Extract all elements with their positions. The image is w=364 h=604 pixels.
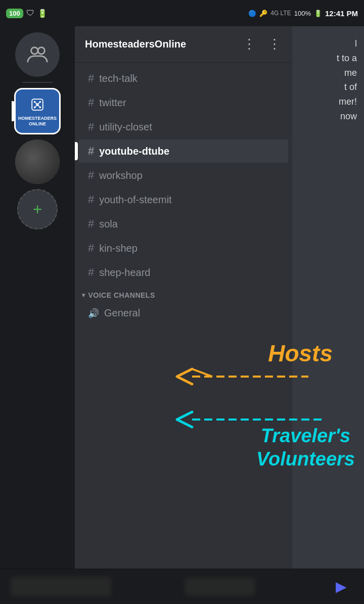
key-icon: 🔑 (259, 10, 267, 17)
channel-item-twitter[interactable]: # twitter (79, 91, 288, 114)
channel-label: twitter (99, 97, 126, 109)
voice-channel-general[interactable]: 🔊 General (79, 302, 288, 324)
voice-section-label: VOICE CHANNELS (88, 291, 155, 299)
svg-point-0 (31, 48, 38, 54)
battery-icon: 🔋 (37, 9, 48, 18)
channel-item-sola[interactable]: # sola (79, 212, 288, 236)
notification-badge: 100 (6, 9, 23, 18)
channel-header: HomesteadersOnline ⋮ ⋮ (75, 26, 292, 63)
hash-icon: # (88, 72, 94, 85)
hash-icon: # (88, 266, 94, 279)
channel-label: sola (99, 218, 118, 230)
channel-item-youtube-dtube[interactable]: # youtube-dtube (79, 140, 288, 163)
svg-point-1 (38, 48, 44, 54)
bluetooth-icon: 🔵 (248, 10, 256, 17)
status-bar: 100 🛡 🔋 🔵 🔑 4G LTE 100% 🔋 12:41 PM (0, 0, 364, 26)
voice-channels-header[interactable]: ▾ VOICE CHANNELS (75, 285, 292, 302)
svg-line-8 (35, 102, 37, 105)
input-blur-right (185, 578, 255, 596)
bottom-bar: ▶ (0, 569, 364, 604)
channel-item-youth-of-steemit[interactable]: # youth-of-steemit (79, 188, 288, 211)
hash-icon: # (88, 145, 94, 158)
signal-text: 4G LTE (270, 10, 291, 17)
active-indicator (12, 101, 15, 121)
svg-line-11 (37, 105, 40, 107)
voice-channel-label: General (104, 307, 140, 319)
channel-item-shep-heard[interactable]: # shep-heard (79, 261, 288, 284)
server-sidebar: HOMESTEADERS ONLINE + (0, 26, 75, 569)
right-panel-content: l t to a me t of mer! now (330, 26, 364, 134)
channel-label: kin-shep (99, 243, 138, 254)
server-name-label: HOMESTEADERS ONLINE (18, 116, 57, 127)
status-right: 🔵 🔑 4G LTE 100% 🔋 12:41 PM (248, 9, 358, 18)
channel-item-workshop[interactable]: # workshop (79, 164, 288, 187)
channel-label: youtube-dtube (99, 146, 169, 157)
svg-line-9 (37, 102, 40, 105)
channel-item-kin-shep[interactable]: # kin-shep (79, 237, 288, 260)
server-icon-homesteaders[interactable]: HOMESTEADERS ONLINE (14, 88, 61, 134)
speaker-icon: 🔊 (88, 308, 99, 319)
channel-label: utility-closet (99, 121, 152, 133)
main-layout: HOMESTEADERS ONLINE + HomesteadersOnline… (0, 26, 364, 569)
channel-label: youth-of-steemit (99, 194, 171, 206)
status-left: 100 🛡 🔋 (6, 9, 48, 18)
server-icon-people[interactable] (15, 32, 60, 77)
input-blur-left (10, 577, 111, 597)
vpn-icon: 🛡 (26, 9, 34, 18)
hash-icon: # (88, 193, 94, 206)
chevron-down-icon: ▾ (82, 292, 85, 299)
hash-icon: # (88, 169, 94, 182)
hash-icon: # (88, 242, 94, 255)
hash-icon: # (88, 120, 94, 133)
send-icon: ▶ (336, 578, 347, 595)
hash-icon: # (88, 96, 94, 109)
svg-line-10 (35, 105, 37, 107)
server-icon-avatar[interactable] (15, 140, 60, 184)
hash-icon: # (88, 217, 94, 230)
active-channel-indicator (75, 142, 78, 160)
channel-label: tech-talk (99, 73, 138, 84)
more-options-button[interactable]: ⋮ (268, 36, 282, 52)
status-time: 12:41 PM (325, 9, 358, 18)
server-divider (22, 82, 53, 83)
server-menu-button[interactable]: ⋮ (243, 36, 257, 52)
battery-full-icon: 🔋 (314, 10, 322, 17)
channel-item-tech-talk[interactable]: # tech-talk (79, 67, 288, 90)
channel-label: shep-heard (99, 267, 150, 278)
plus-icon: + (33, 201, 42, 217)
channel-item-utility-closet[interactable]: # utility-closet (79, 115, 288, 138)
right-panel: l t to a me t of mer! now (292, 26, 364, 569)
add-server-button[interactable]: + (17, 189, 58, 229)
channel-sidebar: HomesteadersOnline ⋮ ⋮ # tech-talk # twi… (75, 26, 292, 569)
channel-list: # tech-talk # twitter # utility-closet #… (75, 63, 292, 569)
battery-percent: 100% (294, 10, 311, 17)
channel-label: workshop (99, 170, 143, 181)
send-button[interactable]: ▶ (329, 574, 354, 599)
server-title: HomesteadersOnline (85, 38, 186, 50)
